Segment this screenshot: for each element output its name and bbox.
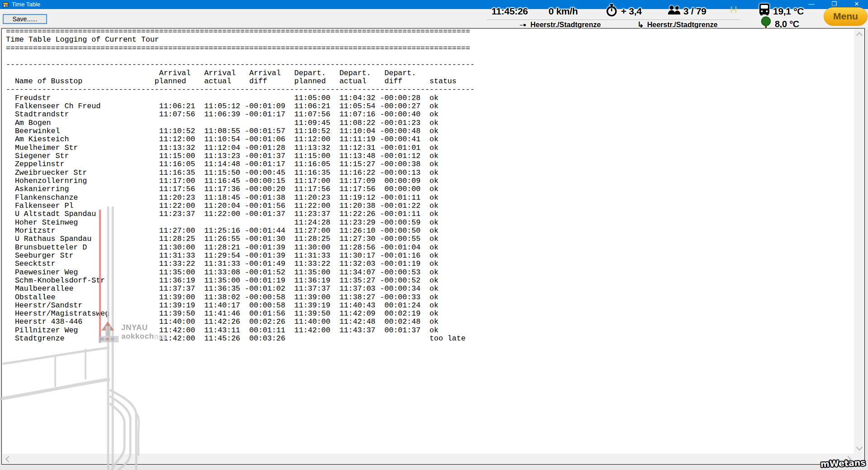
map-watermark-logo-icon	[98, 321, 120, 344]
timetable-row: Seecktstr 11:33:22 11:31:33 -00:01:49 11…	[6, 260, 475, 268]
scroll-up-icon[interactable]	[856, 32, 863, 38]
app-icon	[2, 1, 9, 8]
vertical-scrollbar[interactable]	[854, 29, 864, 454]
timetable-panel: ========================================…	[1, 28, 865, 465]
timetable-row: Stadtgrenze 11:42:00 11:45:26 00:03:26 t…	[6, 335, 475, 343]
timetable-row: Pillnitzer Weg 11:42:00 11:43:11 00:01:1…	[6, 326, 475, 335]
window-title: Time Table	[12, 1, 40, 8]
timetable-row: Obstallee 11:39:00 11:38:02 -00:00:58 11…	[6, 293, 475, 302]
timetable-row: U Altstadt Spandau 11:23:37 11:22:00 -00…	[6, 210, 475, 218]
timetable-separator: ========================================…	[6, 44, 475, 53]
timetable-row: Freudstr 11:05:00 11:04:32 -00:00:28 ok	[6, 94, 475, 102]
timetable-row: U Rathaus Spandau 11:28:25 11:26:55 -00:…	[6, 235, 475, 243]
timetable-row: Hoher Steinweg 11:24:28 11:23:29 -00:00:…	[6, 219, 475, 227]
timetable-row: Schm-Knobelsdorf-Str 11:36:19 11:35:00 -…	[6, 277, 475, 285]
timetable-row: Seeburger Str 11:31:33 11:29:54 -00:01:3…	[6, 252, 475, 260]
timetable-row: Falkenseer Ch Freud 11:06:21 11:05:12 -0…	[6, 102, 475, 110]
timetable-row: Siegener Str 11:15:00 11:13:23 -00:01:37…	[6, 152, 475, 160]
timetable-separator: ========================================…	[6, 28, 475, 36]
scroll-down-icon[interactable]	[856, 444, 863, 451]
timetable-row: Paewesiner Weg 11:35:00 11:33:08 -00:01:…	[6, 269, 475, 277]
map-watermark-line2: aokkoch	[121, 332, 154, 341]
map-watermark-suffix: nze	[154, 332, 167, 341]
timetable-log: ========================================…	[6, 28, 475, 343]
save-button[interactable]: Save......	[3, 14, 47, 24]
timetable-row: Heerstr/Sandstr 11:39:19 11:40:17 00:00:…	[6, 302, 475, 310]
timetable-row: Maulbeerallee 11:37:37 11:36:35 -00:01:0…	[6, 285, 475, 293]
timetable-separator: ----------------------------------------…	[6, 61, 475, 69]
horizontal-scrollbar[interactable]	[2, 454, 864, 464]
timetable-row: Moritzstr 11:27:00 11:25:16 -00:01:44 11…	[6, 227, 475, 235]
timetable-header: Arrival Arrival Arrival Depart. Depart. …	[6, 69, 475, 77]
timetable-row: Zeppelinstr 11:16:05 11:14:48 -00:01:17 …	[6, 160, 475, 168]
timetable-row: Muelheimer Str 11:13:32 11:12:04 -00:01:…	[6, 144, 475, 152]
map-watermark: JNYAU aokkochnze	[98, 321, 120, 346]
map-watermark-line1: JNYAU	[121, 323, 167, 332]
timetable-row: Heerstr 438-446 11:40:00 11:42:26 00:02:…	[6, 318, 475, 326]
timetable-row: Am Kiesteich 11:12:00 11:10:54 -00:01:06…	[6, 135, 475, 144]
scroll-left-icon[interactable]	[5, 456, 12, 462]
timetable-row: Am Bogen 11:09:45 11:08:22 -00:01:23 ok	[6, 119, 475, 127]
timetable-separator: ----------------------------------------…	[6, 86, 475, 94]
corner-watermark: mWetans	[820, 457, 866, 469]
app-window: Time Table — ❐ ✕ Save...... ============…	[0, 0, 868, 470]
timetable-row: Falkenseer Pl 11:22:00 11:20:04 -00:01:5…	[6, 202, 475, 210]
menu-button[interactable]: Menu	[824, 7, 868, 26]
timetable-row: Stadtrandstr 11:07:56 11:06:39 -00:01:17…	[6, 110, 475, 119]
timetable-row: Zweibruecker Str 11:16:35 11:15:50 -00:0…	[6, 169, 475, 177]
timetable-row: Brunsbuetteler D 11:30:00 11:28:21 -00:0…	[6, 244, 475, 252]
toolbar: Save......	[0, 9, 868, 28]
timetable-row: Flankenschanze 11:20:23 11:18:45 -00:01:…	[6, 194, 475, 202]
timetable-header: Name of Busstop planned actual diff plan…	[6, 77, 475, 86]
timetable-row: Heerstr/Magistratsweg 11:39:50 11:41:46 …	[6, 310, 475, 318]
timetable-banner: Time Table Logging of Current Tour	[6, 36, 475, 44]
timetable-blank	[6, 53, 475, 61]
timetable-row: Beerwinkel 11:10:52 11:08:55 -00:01:57 1…	[6, 127, 475, 135]
timetable-row: Hohenzollernring 11:17:00 11:16:45 -00:0…	[6, 177, 475, 185]
timetable-row: Askanierring 11:17:56 11:17:36 -00:00:20…	[6, 185, 475, 193]
title-bar: Time Table	[0, 0, 868, 9]
minimize-button[interactable]: —	[806, 0, 817, 8]
